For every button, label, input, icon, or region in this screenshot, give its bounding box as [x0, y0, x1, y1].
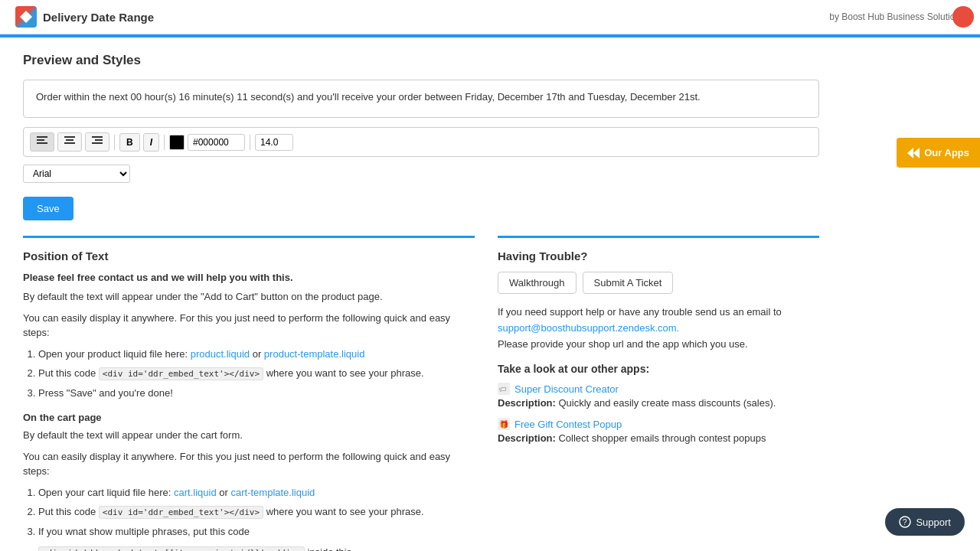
header-left: Delivery Date Range [15, 6, 154, 28]
toolbar-divider-1 [114, 135, 115, 150]
app-icon-1: 🏷 [498, 383, 510, 395]
bold-button[interactable]: B [119, 133, 140, 152]
font-select-row: Arial Georgia Times New Roman Verdana [23, 165, 819, 183]
app-title: Delivery Date Range [43, 11, 154, 24]
cart-template-liquid-link[interactable]: cart-template.liquid [230, 487, 315, 498]
svg-rect-5 [64, 142, 75, 144]
preview-section: Preview and Styles Order within the next… [23, 53, 819, 220]
app-desc-2: Description: Collect shopper emails thro… [498, 432, 819, 444]
trouble-buttons: Walkthrough Submit A Ticket [498, 272, 819, 294]
svg-rect-4 [66, 139, 74, 141]
toolbar-divider-3 [250, 135, 250, 150]
app-header: Delivery Date Range by Boost Hub Busines… [0, 0, 980, 34]
align-center-button[interactable] [57, 132, 82, 152]
app-icon-2: 🎁 [498, 418, 510, 430]
align-left-button[interactable] [30, 132, 54, 152]
product-steps: Open your product liquid file here: prod… [38, 347, 475, 401]
product-liquid-link[interactable]: product.liquid [191, 348, 250, 360]
svg-rect-7 [95, 139, 103, 141]
cart-step-1: Open your cart liquid file here: cart.li… [38, 485, 475, 500]
step-2: Put this code <div id='ddr_embed_text'><… [38, 366, 475, 381]
svg-text:🎁: 🎁 [499, 419, 509, 429]
svg-text:?: ? [903, 518, 907, 527]
app-logo-icon [15, 6, 37, 28]
other-apps-title: Take a look at our other apps: [498, 363, 819, 375]
align-right-button[interactable] [85, 132, 109, 152]
embed-code: <div id='ddr_embed_text'></div> [99, 367, 263, 380]
color-hex-input[interactable] [188, 134, 245, 151]
app-desc-1: Description: Quickly and easily create m… [498, 397, 819, 409]
step-3: Press "Save" and you're done! [38, 386, 475, 401]
svg-rect-1 [37, 139, 44, 141]
svg-text:🏷: 🏷 [499, 385, 507, 393]
color-swatch[interactable] [169, 135, 185, 150]
cart-steps: Open your cart liquid file here: cart.li… [38, 485, 475, 540]
cart-liquid-link[interactable]: cart.liquid [174, 487, 217, 498]
position-section-title: Position of Text [23, 249, 475, 262]
chevron-left-icon [907, 148, 920, 158]
cart-display-text: You can easily display it anywhere. For … [23, 449, 475, 479]
support-button[interactable]: ? Support [885, 508, 965, 536]
style-toolbar: B I [23, 127, 819, 157]
multiple-phrases-code-block: <div id='ddr_embed_text_{{item.variant_i… [38, 546, 475, 551]
cart-step-2: Put this code <div id='ddr_embed_text'><… [38, 504, 475, 520]
preview-text: Order within the next 00 hour(s) 16 minu… [36, 91, 701, 103]
step-1: Open your product liquid file here: prod… [38, 347, 475, 362]
trouble-section: Having Trouble? Walkthrough Submit A Tic… [498, 236, 819, 551]
svg-rect-0 [37, 136, 47, 138]
svg-rect-3 [64, 136, 75, 138]
contact-text: Please feel free contact us and we will … [23, 272, 475, 283]
submit-ticket-button[interactable]: Submit A Ticket [583, 272, 674, 294]
support-info-text: If you need support help or have any tro… [498, 305, 819, 352]
svg-rect-2 [37, 142, 47, 144]
font-size-input[interactable] [255, 134, 293, 151]
svg-rect-8 [92, 142, 103, 144]
two-col-layout: Position of Text Please feel free contac… [23, 236, 819, 551]
save-button[interactable]: Save [23, 197, 74, 220]
default-text: By default the text will appear under th… [23, 289, 475, 305]
our-apps-button[interactable]: Our Apps [897, 138, 980, 168]
support-email-link[interactable]: support@boosthubsupport.zendesk.com. [498, 322, 679, 334]
product-template-liquid-link[interactable]: product-template.liquid [264, 348, 365, 360]
free-gift-link[interactable]: 🎁 Free Gift Contest Popup [498, 418, 819, 430]
trouble-section-title: Having Trouble? [498, 249, 819, 262]
display-anywhere-text: You can easily display it anywhere. For … [23, 311, 475, 341]
variant-embed-code: <div id='ddr_embed_text_{{item.variant_i… [38, 546, 305, 551]
cart-step-3: If you wnat show multiple phrases, put t… [38, 524, 475, 540]
toolbar-divider-2 [164, 135, 165, 150]
svg-marker-14 [913, 148, 920, 158]
preview-section-title: Preview and Styles [23, 53, 819, 68]
font-family-select[interactable]: Arial Georgia Times New Roman Verdana [23, 165, 130, 183]
position-section: Position of Text Please feel free contac… [23, 236, 475, 551]
cart-page-title: On the cart page [23, 412, 475, 423]
cart-default-text: By default the text will appear under th… [23, 428, 475, 443]
svg-marker-13 [907, 148, 913, 158]
super-discount-link[interactable]: 🏷 Super Discount Creator [498, 383, 819, 395]
support-icon: ? [899, 516, 911, 528]
walkthrough-button[interactable]: Walkthrough [498, 272, 577, 294]
by-text: by Boost Hub Business Solutions [829, 11, 965, 22]
avatar[interactable] [952, 6, 974, 28]
italic-button[interactable]: I [143, 133, 159, 152]
app-item-2: 🎁 Free Gift Contest Popup Description: C… [498, 418, 819, 444]
cart-embed-code: <div id='ddr_embed_text'></div> [99, 506, 263, 519]
main-content: Preview and Styles Order within the next… [0, 37, 842, 551]
app-item-1: 🏷 Super Discount Creator Description: Qu… [498, 383, 819, 409]
preview-text-box: Order within the next 00 hour(s) 16 minu… [23, 80, 819, 118]
svg-rect-6 [92, 136, 103, 138]
inside-text: inside this [307, 546, 351, 551]
